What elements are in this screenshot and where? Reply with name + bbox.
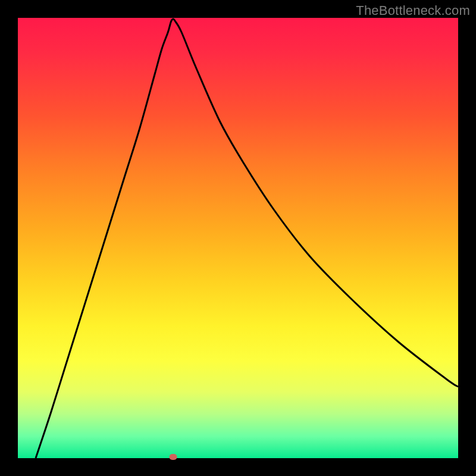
watermark-text: TheBottleneck.com	[356, 3, 470, 18]
bottleneck-curve	[36, 19, 458, 458]
plot-area	[18, 18, 458, 458]
chart-frame: TheBottleneck.com	[0, 0, 476, 476]
curve-layer	[18, 18, 458, 458]
bottleneck-minimum-marker	[170, 454, 177, 460]
